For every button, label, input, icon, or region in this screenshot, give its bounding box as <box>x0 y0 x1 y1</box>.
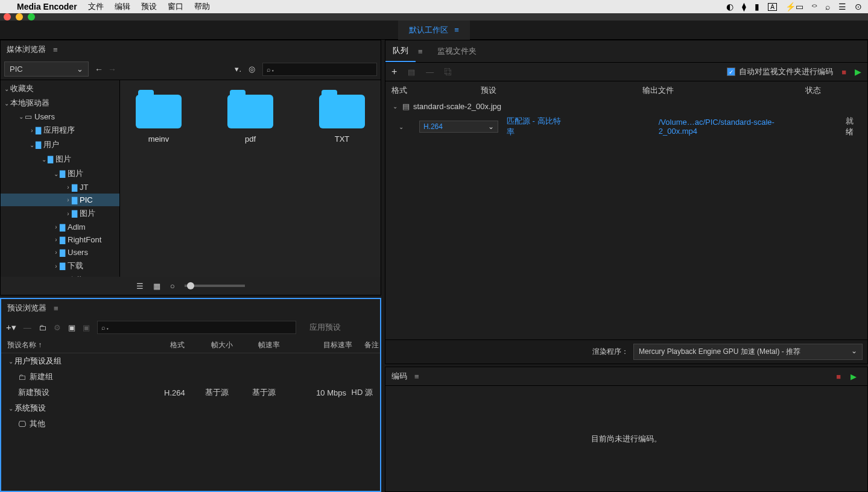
tree-users2[interactable]: ›▇Users <box>1 246 119 259</box>
tree-pic-selected[interactable]: ›▇PIC <box>1 194 119 206</box>
control-center-icon[interactable]: ☰ <box>838 2 846 11</box>
import-icon[interactable]: ▣ <box>68 323 75 332</box>
menu-window[interactable]: 窗口 <box>168 1 183 12</box>
add-preset-button[interactable]: +▾ <box>6 322 16 333</box>
close-window-button[interactable] <box>4 13 11 20</box>
panel-menu-icon[interactable]: ≡ <box>418 47 423 56</box>
tab-watch-folders[interactable]: 监视文件夹 <box>430 41 484 62</box>
maximize-window-button[interactable] <box>28 13 35 20</box>
filter-icon[interactable]: ▾. <box>235 65 241 74</box>
folder-thumb[interactable]: TXT <box>319 95 365 144</box>
input-icon[interactable]: A <box>768 3 777 11</box>
add-source-button[interactable]: + <box>391 66 397 77</box>
preset-search-input[interactable]: ⌕▾ <box>97 321 296 334</box>
stop-queue-button[interactable]: ■ <box>841 68 846 77</box>
col-frame-rate[interactable]: 帧速率 <box>258 340 306 350</box>
renderer-dropdown[interactable]: Mercury Playback Engine GPU 加速 (Metal) -… <box>633 344 863 360</box>
menu-file[interactable]: 文件 <box>88 1 104 12</box>
thumbnail-pane[interactable]: meinv pdf TXT <box>120 80 381 277</box>
col-note[interactable]: 备注 <box>352 340 379 350</box>
zoom-min-icon: ○ <box>170 282 175 291</box>
grid-view-icon[interactable]: ▦ <box>153 282 160 291</box>
zoom-slider[interactable] <box>185 285 245 287</box>
media-search-input[interactable]: ⌕▾ <box>262 63 377 76</box>
tree-downloads[interactable]: ›▇下载 <box>1 259 119 273</box>
tree-user[interactable]: ⌄▇用户 <box>1 137 119 152</box>
output-path-link[interactable]: /Volume…ac/PIC/standard-scale-2_00x.mp4 <box>659 118 812 136</box>
app-name[interactable]: Media Encoder <box>17 2 77 11</box>
thumb-label: pdf <box>245 134 256 144</box>
tree-rightfont[interactable]: ›▇RightFont <box>1 233 119 246</box>
preset-link[interactable]: 匹配源 - 高比特率 <box>507 116 568 137</box>
cc-icon[interactable]: ◐ <box>726 2 733 11</box>
encode-title: 编码 <box>391 371 407 382</box>
notify-icon[interactable]: ⧫ <box>742 2 746 11</box>
settings-icon[interactable]: ⚙ <box>54 323 61 332</box>
nav-forward-button[interactable]: → <box>106 65 119 74</box>
tree-pictures2[interactable]: ⌄▇图片 <box>1 166 119 181</box>
clock-icon[interactable]: ⊙ <box>855 2 862 11</box>
col-status[interactable]: 状态 <box>805 85 861 96</box>
folder-thumb[interactable]: meinv <box>136 95 182 144</box>
workspace-tab-default[interactable]: 默认工作区 ≡ <box>398 20 470 40</box>
spotlight-icon[interactable]: ⌕ <box>825 2 830 11</box>
path-dropdown[interactable]: PIC ⌄ <box>4 62 89 77</box>
folder-icon: ▇ <box>60 223 65 232</box>
preset-row-new[interactable]: 新建预设 H.264 基于源 基于源 10 Mbps HD 源 <box>1 385 380 400</box>
export-icon[interactable]: ▣ <box>83 323 90 332</box>
folder-tree[interactable]: ⌄收藏夹 ⌄本地驱动器 ⌄▭Users ›▇应用程序 ⌄▇用户 ⌄▇图片 ⌄▇图… <box>1 80 120 277</box>
tree-pictures[interactable]: ⌄▇图片 <box>1 152 119 166</box>
col-output[interactable]: 输出文件 <box>642 85 805 96</box>
tree-favorites[interactable]: ⌄收藏夹 <box>1 81 119 96</box>
menu-help[interactable]: 帮助 <box>194 1 210 12</box>
workspace-menu-icon[interactable]: ≡ <box>454 25 459 34</box>
col-format[interactable]: 格式 <box>391 85 481 96</box>
wifi-icon[interactable]: ⌔ <box>812 2 817 11</box>
col-target-rate[interactable]: 目标速率 <box>306 340 352 350</box>
tree-jt[interactable]: ›▇JT <box>1 181 119 194</box>
tab-queue[interactable]: 队列 <box>385 40 416 62</box>
remove-button[interactable]: — <box>426 68 434 77</box>
col-format[interactable]: 格式 <box>170 340 211 350</box>
tree-local-drive[interactable]: ⌄本地驱动器 <box>1 96 119 110</box>
duplicate-button[interactable]: ⿻ <box>445 68 452 77</box>
col-preset-name[interactable]: 预设名称 ↑ <box>7 340 170 350</box>
menu-preset[interactable]: 预设 <box>141 1 157 12</box>
reveal-icon[interactable]: ◎ <box>249 65 255 74</box>
chevron-down-icon[interactable]: ⌄ <box>398 124 405 130</box>
tree-adlm[interactable]: ›▇Adlm <box>1 221 119 233</box>
section-system-presets[interactable]: ⌄系统预设 <box>1 400 380 416</box>
queue-output-row[interactable]: ⌄ H.264 ⌄ 匹配源 - 高比特率 /Volume…ac/PIC/stan… <box>385 113 867 140</box>
tree-apps[interactable]: ›▇应用程序 <box>1 123 119 137</box>
queue-source-row[interactable]: ⌄ ▤ standard-scale-2_00x.jpg <box>385 99 867 113</box>
col-frame-size[interactable]: 帧大小 <box>211 340 258 350</box>
preset-group-new[interactable]: 🗀新建组 <box>1 369 380 385</box>
panel-menu-icon[interactable]: ≡ <box>54 304 59 313</box>
device-icon[interactable]: ▮ <box>755 2 759 11</box>
col-preset[interactable]: 预设 <box>481 85 642 96</box>
auto-encode-checkbox[interactable]: ✓ <box>727 68 735 76</box>
folder-thumb[interactable]: pdf <box>227 95 273 144</box>
add-output-button[interactable]: ▤ <box>408 68 415 77</box>
encode-play-button[interactable]: ▶ <box>851 372 857 381</box>
list-view-icon[interactable]: ☰ <box>136 282 144 291</box>
chevron-down-icon: ⌄ <box>77 65 83 74</box>
encode-stop-button[interactable]: ■ <box>836 372 841 381</box>
remove-preset-button[interactable]: — <box>24 323 31 332</box>
tree-pictures3[interactable]: ›▇图片 <box>1 206 119 221</box>
apply-preset-button[interactable]: 应用预设 <box>303 320 347 335</box>
chevron-down-icon[interactable]: ⌄ <box>391 103 399 110</box>
battery-icon[interactable]: ⚡▭ <box>785 2 803 11</box>
panel-menu-icon[interactable]: ≡ <box>414 372 419 381</box>
encode-panel: 编码 ≡ ■ ▶ 目前尚未进行编码。 <box>385 367 868 492</box>
format-dropdown[interactable]: H.264 ⌄ <box>419 121 498 133</box>
minimize-window-button[interactable] <box>16 13 23 20</box>
new-group-icon[interactable]: 🗀 <box>39 323 46 332</box>
menu-edit[interactable]: 编辑 <box>115 1 130 12</box>
nav-back-button[interactable]: ← <box>92 65 106 74</box>
tree-users[interactable]: ⌄▭Users <box>1 110 119 123</box>
start-queue-button[interactable]: ▶ <box>855 67 861 77</box>
panel-menu-icon[interactable]: ≡ <box>53 45 58 54</box>
preset-other[interactable]: 🖵其他 <box>1 416 380 432</box>
section-user-presets[interactable]: ⌄用户预设及组 <box>1 353 380 369</box>
